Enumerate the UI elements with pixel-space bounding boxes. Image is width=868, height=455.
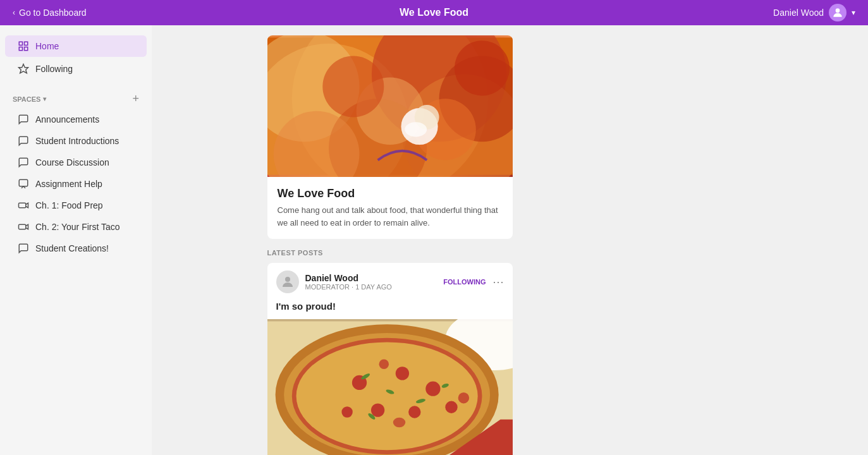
svg-rect-2 bbox=[25, 42, 28, 45]
post-author-info: Daniel Wood MODERATOR · 1 DAY AGO bbox=[305, 273, 392, 291]
right-panel bbox=[628, 25, 868, 455]
post-author-meta: MODERATOR · 1 DAY AGO bbox=[305, 283, 392, 291]
avatar bbox=[829, 4, 847, 21]
sidebar: Home Following SPACES ▾ + Announcements bbox=[0, 25, 152, 455]
svg-rect-7 bbox=[19, 203, 26, 208]
svg-point-36 bbox=[408, 406, 420, 418]
post-card: Daniel Wood MODERATOR · 1 DAY AGO FOLLOW… bbox=[267, 263, 513, 455]
chat-icon-3 bbox=[18, 157, 29, 168]
sidebar-item-ch2-label: Ch. 2: Your First Taco bbox=[35, 222, 120, 232]
chat-icon bbox=[18, 114, 29, 125]
star-icon bbox=[18, 63, 29, 75]
person-icon bbox=[280, 274, 295, 289]
svg-rect-6 bbox=[19, 179, 28, 186]
chevron-down-icon: ▾ bbox=[852, 8, 855, 17]
svg-point-25 bbox=[285, 277, 290, 282]
svg-point-46 bbox=[458, 392, 468, 403]
post-time: 1 DAY AGO bbox=[355, 283, 392, 291]
back-label: Go to Dashboard bbox=[19, 8, 87, 18]
post-image bbox=[267, 319, 513, 455]
pizza-artwork bbox=[267, 319, 513, 455]
svg-rect-3 bbox=[19, 47, 22, 51]
svg-rect-4 bbox=[25, 47, 28, 51]
user-name: Daniel Wood bbox=[773, 8, 824, 18]
svg-point-19 bbox=[322, 56, 384, 117]
svg-point-21 bbox=[454, 40, 509, 95]
post-author: Daniel Wood MODERATOR · 1 DAY AGO bbox=[276, 270, 392, 293]
main-layout: Home Following SPACES ▾ + Announcements bbox=[0, 25, 868, 455]
nav-title: We Love Food bbox=[400, 7, 468, 18]
svg-point-0 bbox=[836, 8, 840, 13]
group-banner-card: We Love Food Come hang out and talk abou… bbox=[267, 35, 513, 239]
content-inner: We Love Food Come hang out and talk abou… bbox=[257, 25, 523, 455]
chat-icon-2 bbox=[18, 135, 29, 147]
sidebar-item-home[interactable]: Home bbox=[5, 35, 147, 57]
banner-info: We Love Food Come hang out and talk abou… bbox=[267, 177, 513, 239]
svg-point-35 bbox=[370, 403, 384, 416]
sidebar-item-student-creations-label: Student Creations! bbox=[35, 243, 109, 253]
content-area: We Love Food Come hang out and talk abou… bbox=[152, 25, 628, 455]
post-header: Daniel Wood MODERATOR · 1 DAY AGO FOLLOW… bbox=[267, 263, 513, 301]
sidebar-item-assignment-help[interactable]: Assignment Help bbox=[5, 174, 147, 194]
top-nav: ‹ Go to Dashboard We Love Food Daniel Wo… bbox=[0, 0, 868, 25]
sidebar-item-home-label: Home bbox=[35, 41, 59, 51]
svg-rect-1 bbox=[19, 42, 22, 45]
sidebar-item-assignment-help-label: Assignment Help bbox=[35, 179, 102, 189]
group-title: We Love Food bbox=[278, 187, 503, 200]
svg-rect-8 bbox=[19, 224, 26, 229]
sidebar-item-ch1[interactable]: Ch. 1: Food Prep bbox=[5, 195, 147, 215]
sidebar-item-course-discussion-label: Course Discussion bbox=[35, 157, 109, 167]
svg-point-33 bbox=[395, 367, 408, 380]
post-author-name: Daniel Wood bbox=[305, 273, 392, 283]
spaces-dropdown-icon: ▾ bbox=[43, 95, 46, 102]
sidebar-item-student-creations[interactable]: Student Creations! bbox=[5, 238, 147, 258]
add-space-button[interactable]: + bbox=[132, 92, 139, 106]
sidebar-item-course-discussion[interactable]: Course Discussion bbox=[5, 152, 147, 173]
svg-point-24 bbox=[405, 122, 427, 136]
sidebar-item-ch2[interactable]: Ch. 2: Your First Taco bbox=[5, 217, 147, 237]
post-text: I'm so proud! bbox=[267, 301, 513, 319]
following-badge: FOLLOWING bbox=[443, 278, 486, 286]
video-icon-2 bbox=[18, 221, 29, 233]
chat-square-icon bbox=[18, 178, 29, 190]
sidebar-item-student-introductions-label: Student Introductions bbox=[35, 136, 119, 146]
sidebar-item-announcements-label: Announcements bbox=[35, 114, 99, 124]
post-role: MODERATOR bbox=[305, 283, 350, 291]
latest-posts-label: LATEST POSTS bbox=[267, 249, 513, 257]
sidebar-item-announcements[interactable]: Announcements bbox=[5, 109, 147, 130]
back-chevron-icon: ‹ bbox=[13, 8, 15, 17]
svg-point-31 bbox=[296, 342, 477, 450]
spaces-label: SPACES ▾ bbox=[13, 95, 46, 103]
svg-marker-5 bbox=[19, 64, 28, 73]
sidebar-item-ch1-label: Ch. 1: Food Prep bbox=[35, 200, 103, 210]
post-header-right: FOLLOWING ⋯ bbox=[443, 275, 503, 289]
banner-image bbox=[267, 35, 513, 177]
chat-icon-4 bbox=[18, 243, 29, 254]
sidebar-item-following[interactable]: Following bbox=[5, 58, 147, 80]
post-author-avatar bbox=[276, 270, 299, 293]
svg-point-38 bbox=[445, 401, 457, 413]
group-description: Come hang out and talk about food, that … bbox=[278, 204, 503, 229]
user-icon bbox=[831, 6, 844, 19]
sidebar-item-student-introductions[interactable]: Student Introductions bbox=[5, 131, 147, 151]
user-menu[interactable]: Daniel Wood ▾ bbox=[773, 4, 855, 21]
post-menu-button[interactable]: ⋯ bbox=[492, 275, 504, 289]
svg-point-47 bbox=[393, 418, 405, 428]
back-to-dashboard-link[interactable]: ‹ Go to Dashboard bbox=[13, 8, 87, 18]
video-icon bbox=[18, 200, 29, 211]
svg-point-45 bbox=[379, 360, 389, 370]
grid-icon bbox=[18, 40, 29, 52]
svg-point-37 bbox=[341, 406, 352, 417]
spaces-header: SPACES ▾ + bbox=[0, 85, 152, 109]
banner-artwork bbox=[267, 35, 513, 177]
svg-point-34 bbox=[425, 382, 440, 396]
sidebar-item-following-label: Following bbox=[35, 64, 73, 74]
